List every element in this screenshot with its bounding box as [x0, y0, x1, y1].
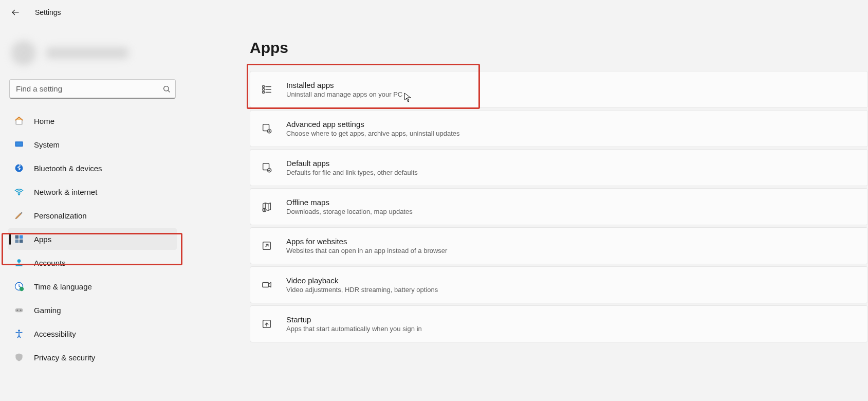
sidebar-item-personalization[interactable]: Personalization — [8, 205, 177, 226]
search-input[interactable] — [9, 79, 176, 99]
svg-rect-4 — [16, 142, 22, 146]
svg-rect-18 — [263, 86, 265, 88]
sidebar-item-network[interactable]: Network & internet — [8, 181, 177, 203]
svg-point-1 — [164, 86, 169, 91]
sidebar-item-label: Accessibility — [34, 330, 76, 338]
sidebar-item-label: Gaming — [34, 306, 61, 315]
bluetooth-icon — [13, 162, 25, 174]
svg-rect-30 — [263, 282, 269, 287]
list-icon — [261, 83, 273, 96]
search-container — [9, 79, 176, 99]
system-icon — [13, 139, 25, 150]
svg-rect-7 — [15, 235, 19, 239]
account-header-blurred — [11, 34, 177, 72]
card-title: Offline maps — [286, 198, 413, 207]
map-download-icon — [261, 200, 273, 213]
card-title: Advanced app settings — [286, 120, 460, 129]
page-title: Apps — [250, 39, 868, 57]
sidebar-item-label: Bluetooth & devices — [34, 164, 102, 173]
avatar — [11, 41, 36, 65]
svg-point-15 — [17, 309, 18, 311]
svg-line-2 — [168, 90, 170, 92]
sidebar-item-system[interactable]: System — [8, 134, 177, 155]
sidebar-item-apps[interactable]: Apps — [8, 228, 177, 250]
svg-rect-8 — [20, 235, 23, 239]
sidebar-item-label: Accounts — [34, 259, 66, 267]
sidebar-item-accessibility[interactable]: Accessibility — [8, 323, 177, 344]
settings-card-list: Installed apps Uninstall and manage apps… — [250, 71, 868, 342]
sidebar-item-label: Time & language — [34, 282, 92, 291]
window-title: Settings — [35, 8, 61, 16]
svg-rect-14 — [15, 308, 23, 313]
content-area: Apps Installed apps Uninstall and manage… — [185, 25, 868, 401]
sidebar-item-bluetooth[interactable]: Bluetooth & devices — [8, 157, 177, 179]
sidebar-item-gaming[interactable]: Gaming — [8, 299, 177, 321]
card-subtitle: Downloads, storage location, map updates — [286, 208, 413, 215]
sidebar-item-label: Privacy & security — [34, 353, 95, 362]
back-button[interactable] — [6, 3, 25, 22]
sidebar-item-accounts[interactable]: Accounts — [8, 252, 177, 274]
card-title: Apps for websites — [286, 237, 447, 246]
card-apps-for-websites[interactable]: Apps for websites Websites that can open… — [250, 227, 868, 264]
sidebar-item-time[interactable]: Time & language — [8, 276, 177, 297]
accessibility-icon — [13, 328, 25, 339]
card-default-apps[interactable]: Default apps Defaults for file and link … — [250, 149, 868, 186]
arrow-left-icon — [11, 8, 20, 17]
svg-point-11 — [17, 259, 21, 263]
search-icon[interactable] — [162, 85, 171, 93]
sidebar-item-label: Apps — [34, 235, 51, 244]
sidebar-item-home[interactable]: Home — [8, 110, 177, 132]
card-subtitle: Uninstall and manage apps on your PC — [286, 90, 402, 98]
default-apps-icon — [261, 161, 273, 174]
card-title: Default apps — [286, 159, 418, 168]
svg-rect-10 — [20, 240, 23, 243]
shield-icon — [13, 352, 25, 363]
card-advanced-app-settings[interactable]: Advanced app settings Choose where to ge… — [250, 110, 868, 147]
gamepad-icon — [13, 304, 25, 316]
card-subtitle: Video adjustments, HDR streaming, batter… — [286, 286, 438, 294]
titlebar: Settings — [0, 0, 868, 25]
svg-point-16 — [20, 309, 21, 311]
card-offline-maps[interactable]: Offline maps Downloads, storage location… — [250, 188, 868, 225]
card-subtitle: Websites that can open in an app instead… — [286, 247, 447, 254]
card-installed-apps[interactable]: Installed apps Uninstall and manage apps… — [250, 71, 868, 108]
svg-point-6 — [19, 194, 20, 195]
sidebar-item-label: System — [34, 140, 60, 149]
card-title: Video playback — [286, 276, 438, 285]
card-startup[interactable]: Startup Apps that start automatically wh… — [250, 305, 868, 342]
card-subtitle: Defaults for file and link types, other … — [286, 169, 418, 176]
account-name-blurred — [46, 47, 128, 59]
paintbrush-icon — [13, 210, 25, 221]
apps-icon — [13, 233, 25, 245]
sidebar-item-label: Network & internet — [34, 188, 97, 196]
svg-rect-9 — [15, 240, 19, 243]
card-subtitle: Choose where to get apps, archive apps, … — [286, 130, 460, 137]
open-external-icon — [261, 240, 273, 252]
card-video-playback[interactable]: Video playback Video adjustments, HDR st… — [250, 266, 868, 303]
svg-point-13 — [20, 287, 24, 291]
wifi-icon — [13, 186, 25, 197]
home-icon — [13, 115, 25, 126]
svg-rect-20 — [263, 92, 265, 94]
startup-icon — [261, 318, 273, 330]
card-title: Installed apps — [286, 81, 402, 89]
sidebar: Home System Bluetooth & devices — [0, 25, 185, 401]
clock-globe-icon — [13, 281, 25, 292]
sidebar-item-label: Personalization — [34, 211, 87, 220]
card-title: Startup — [286, 315, 422, 324]
app-settings-icon — [261, 122, 273, 135]
card-subtitle: Apps that start automatically when you s… — [286, 325, 422, 333]
sidebar-nav: Home System Bluetooth & devices — [8, 110, 177, 368]
video-icon — [261, 279, 273, 291]
svg-rect-19 — [263, 88, 265, 90]
sidebar-item-label: Home — [34, 117, 54, 125]
svg-point-17 — [18, 330, 20, 332]
sidebar-item-privacy[interactable]: Privacy & security — [8, 347, 177, 368]
person-icon — [13, 257, 25, 268]
